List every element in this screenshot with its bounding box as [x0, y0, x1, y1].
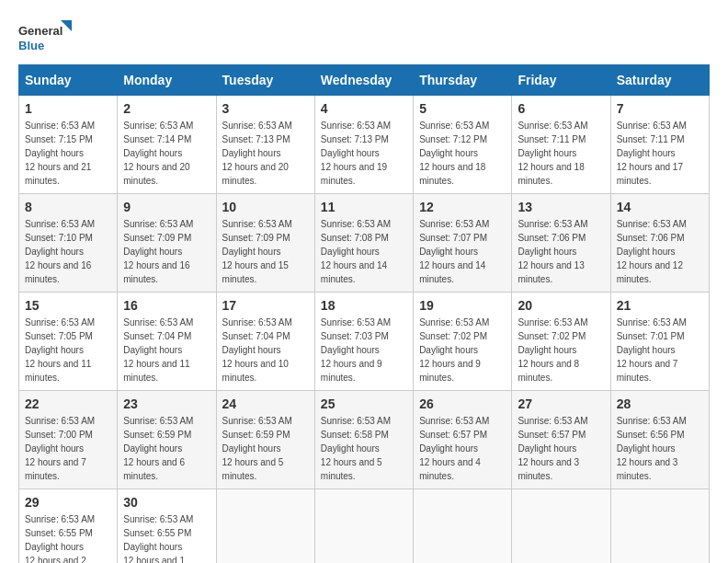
day-number: 30 [123, 495, 210, 510]
weekday-header: Wednesday [314, 65, 413, 96]
svg-text:General: General [18, 24, 63, 38]
calendar-day-cell: 6Sunrise: 6:53 AMSunset: 7:11 PMDaylight… [512, 96, 610, 194]
calendar-week-row: 1Sunrise: 6:53 AMSunset: 7:15 PMDaylight… [19, 96, 710, 194]
svg-text:Blue: Blue [18, 39, 44, 52]
calendar-day-cell: 15Sunrise: 6:53 AMSunset: 7:05 PMDayligh… [19, 293, 118, 391]
calendar-day-cell: 29Sunrise: 6:53 AMSunset: 6:55 PMDayligh… [19, 489, 118, 564]
day-info: Sunrise: 6:53 AMSunset: 7:04 PMDaylight … [222, 316, 309, 385]
day-info: Sunrise: 6:53 AMSunset: 6:55 PMDaylight … [25, 512, 111, 563]
calendar-day-cell: 3Sunrise: 6:53 AMSunset: 7:13 PMDaylight… [216, 96, 314, 194]
day-info: Sunrise: 6:53 AMSunset: 6:58 PMDaylight … [321, 414, 407, 483]
day-info: Sunrise: 6:53 AMSunset: 7:13 PMDaylight … [321, 119, 407, 188]
logo-icon: General Blue [18, 18, 74, 55]
day-number: 3 [222, 101, 309, 116]
calendar-day-cell: 26Sunrise: 6:53 AMSunset: 6:57 PMDayligh… [414, 391, 512, 489]
day-number: 21 [617, 298, 703, 313]
calendar-day-cell: 12Sunrise: 6:53 AMSunset: 7:07 PMDayligh… [414, 194, 512, 293]
calendar-day-cell: 23Sunrise: 6:53 AMSunset: 6:59 PMDayligh… [118, 391, 216, 489]
day-number: 23 [123, 396, 210, 411]
day-number: 12 [419, 200, 506, 214]
day-info: Sunrise: 6:53 AMSunset: 7:15 PMDaylight … [25, 119, 111, 188]
calendar-day-cell: 7Sunrise: 6:53 AMSunset: 7:11 PMDaylight… [610, 96, 709, 194]
day-info: Sunrise: 6:53 AMSunset: 7:10 PMDaylight … [25, 217, 111, 286]
day-number: 8 [25, 200, 111, 214]
day-number: 25 [321, 396, 407, 411]
calendar-day-cell: 22Sunrise: 6:53 AMSunset: 7:00 PMDayligh… [19, 391, 118, 489]
day-number: 16 [123, 298, 210, 313]
day-number: 7 [617, 101, 703, 116]
calendar-day-cell: 17Sunrise: 6:53 AMSunset: 7:04 PMDayligh… [216, 293, 314, 391]
calendar-day-cell [610, 489, 709, 564]
day-info: Sunrise: 6:53 AMSunset: 7:13 PMDaylight … [222, 119, 309, 188]
day-info: Sunrise: 6:53 AMSunset: 7:06 PMDaylight … [617, 217, 703, 286]
day-info: Sunrise: 6:53 AMSunset: 7:09 PMDaylight … [222, 217, 309, 286]
calendar-day-cell: 14Sunrise: 6:53 AMSunset: 7:06 PMDayligh… [610, 194, 709, 293]
calendar-day-cell: 21Sunrise: 6:53 AMSunset: 7:01 PMDayligh… [610, 293, 709, 391]
calendar-day-cell: 1Sunrise: 6:53 AMSunset: 7:15 PMDaylight… [19, 96, 118, 194]
day-info: Sunrise: 6:53 AMSunset: 6:57 PMDaylight … [419, 414, 506, 483]
weekday-header: Monday [118, 65, 216, 96]
day-info: Sunrise: 6:53 AMSunset: 7:07 PMDaylight … [419, 217, 506, 286]
day-info: Sunrise: 6:53 AMSunset: 6:55 PMDaylight … [123, 512, 210, 563]
day-number: 29 [25, 495, 111, 510]
day-info: Sunrise: 6:53 AMSunset: 7:05 PMDaylight … [25, 316, 111, 385]
calendar-day-cell: 25Sunrise: 6:53 AMSunset: 6:58 PMDayligh… [314, 391, 413, 489]
day-info: Sunrise: 6:53 AMSunset: 7:12 PMDaylight … [419, 119, 506, 188]
calendar-day-cell: 13Sunrise: 6:53 AMSunset: 7:06 PMDayligh… [512, 194, 610, 293]
day-info: Sunrise: 6:53 AMSunset: 6:59 PMDaylight … [123, 414, 210, 483]
weekday-header: Saturday [610, 65, 709, 96]
calendar-day-cell: 24Sunrise: 6:53 AMSunset: 6:59 PMDayligh… [216, 391, 314, 489]
day-number: 24 [222, 396, 309, 411]
day-number: 17 [222, 298, 309, 313]
day-number: 2 [123, 101, 210, 116]
day-info: Sunrise: 6:53 AMSunset: 6:56 PMDaylight … [617, 414, 703, 483]
day-number: 9 [123, 200, 210, 214]
calendar-day-cell: 19Sunrise: 6:53 AMSunset: 7:02 PMDayligh… [414, 293, 512, 391]
day-info: Sunrise: 6:53 AMSunset: 7:09 PMDaylight … [123, 217, 210, 286]
day-info: Sunrise: 6:53 AMSunset: 6:59 PMDaylight … [222, 414, 309, 483]
day-number: 10 [222, 200, 309, 214]
day-number: 18 [321, 298, 407, 313]
day-info: Sunrise: 6:53 AMSunset: 7:02 PMDaylight … [419, 316, 506, 385]
day-number: 20 [518, 298, 604, 313]
day-number: 27 [518, 396, 604, 411]
calendar-day-cell: 2Sunrise: 6:53 AMSunset: 7:14 PMDaylight… [118, 96, 216, 194]
day-number: 15 [25, 298, 111, 313]
weekday-header: Thursday [414, 65, 512, 96]
page-header: General Blue [18, 18, 710, 55]
calendar-day-cell: 30Sunrise: 6:53 AMSunset: 6:55 PMDayligh… [118, 489, 216, 564]
day-number: 11 [321, 200, 407, 214]
calendar-day-cell [414, 489, 512, 564]
day-number: 19 [419, 298, 506, 313]
weekday-header: Tuesday [216, 65, 314, 96]
day-info: Sunrise: 6:53 AMSunset: 7:08 PMDaylight … [321, 217, 407, 286]
calendar-day-cell [216, 489, 314, 564]
calendar-table: SundayMondayTuesdayWednesdayThursdayFrid… [18, 64, 710, 563]
day-info: Sunrise: 6:53 AMSunset: 7:00 PMDaylight … [25, 414, 111, 483]
calendar-day-cell: 28Sunrise: 6:53 AMSunset: 6:56 PMDayligh… [610, 391, 709, 489]
calendar-week-row: 8Sunrise: 6:53 AMSunset: 7:10 PMDaylight… [19, 194, 710, 293]
calendar-day-cell [314, 489, 413, 564]
day-number: 1 [25, 101, 111, 116]
day-number: 26 [419, 396, 506, 411]
day-info: Sunrise: 6:53 AMSunset: 7:11 PMDaylight … [518, 119, 604, 188]
calendar-day-cell: 4Sunrise: 6:53 AMSunset: 7:13 PMDaylight… [314, 96, 413, 194]
calendar-day-cell: 11Sunrise: 6:53 AMSunset: 7:08 PMDayligh… [314, 194, 413, 293]
calendar-day-cell: 18Sunrise: 6:53 AMSunset: 7:03 PMDayligh… [314, 293, 413, 391]
day-info: Sunrise: 6:53 AMSunset: 7:11 PMDaylight … [617, 119, 703, 188]
day-info: Sunrise: 6:53 AMSunset: 7:06 PMDaylight … [518, 217, 604, 286]
day-number: 13 [518, 200, 604, 214]
day-number: 14 [617, 200, 703, 214]
day-number: 4 [321, 101, 407, 116]
calendar-day-cell: 10Sunrise: 6:53 AMSunset: 7:09 PMDayligh… [216, 194, 314, 293]
calendar-day-cell: 16Sunrise: 6:53 AMSunset: 7:04 PMDayligh… [118, 293, 216, 391]
calendar-header-row: SundayMondayTuesdayWednesdayThursdayFrid… [19, 65, 710, 96]
calendar-day-cell [512, 489, 610, 564]
day-info: Sunrise: 6:53 AMSunset: 7:04 PMDaylight … [123, 316, 210, 385]
day-number: 22 [25, 396, 111, 411]
calendar-day-cell: 5Sunrise: 6:53 AMSunset: 7:12 PMDaylight… [414, 96, 512, 194]
day-info: Sunrise: 6:53 AMSunset: 7:01 PMDaylight … [617, 316, 703, 385]
day-number: 28 [617, 396, 703, 411]
weekday-header: Friday [512, 65, 610, 96]
calendar-day-cell: 9Sunrise: 6:53 AMSunset: 7:09 PMDaylight… [118, 194, 216, 293]
